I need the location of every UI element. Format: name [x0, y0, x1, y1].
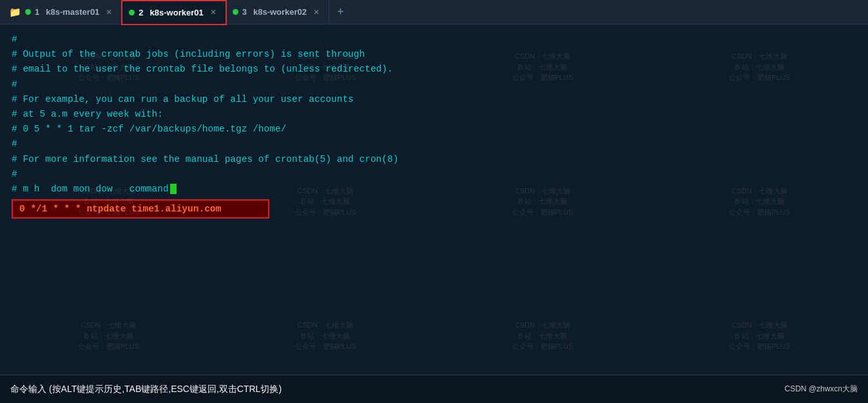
tab-name: k8s-worker02 [253, 7, 307, 17]
terminal-line-6: # at 5 a.m every week with: [12, 107, 856, 122]
folder-icon: 📁 [9, 6, 21, 18]
tab-name: k8s-master01 [46, 7, 99, 17]
terminal-line-5: # For example, you can run a backup of a… [12, 92, 856, 107]
tab-label: 1 [35, 7, 39, 17]
terminal-line-4: # [12, 77, 856, 92]
tab-bar: 📁 1 k8s-master01 ✕ 2 k8s-worker01 ✕ 3 k8… [0, 0, 868, 25]
tab-close-button[interactable]: ✕ [207, 6, 219, 18]
new-tab-button[interactable]: + [329, 0, 352, 24]
cron-job-line: 0 */1 * * * ntpdate time1.aliyun.com [19, 204, 221, 214]
tab-close-button[interactable]: ✕ [311, 6, 322, 18]
terminal-line-10: # [12, 167, 856, 182]
terminal-line-1: # [12, 32, 856, 47]
tab-label: 3 [242, 7, 247, 17]
tab-label: 2 [139, 8, 143, 17]
tab-k8s-worker02[interactable]: 3 k8s-worker02 ✕ [226, 0, 329, 24]
terminal-line-11: # m h dom mon dow command [12, 182, 856, 197]
tab-status-dot [25, 9, 31, 15]
terminal-line-2: # Output of the crontab jobs (including … [12, 47, 856, 62]
status-bar: 命令输入 (按ALT键提示历史,TAB键路径,ESC键返回,双击CTRL切换) … [0, 375, 868, 403]
tab-name: k8s-worker01 [150, 8, 204, 17]
terminal-line-3: # email to the user the crontab file bel… [12, 62, 856, 77]
terminal-line-7: # 0 5 * * 1 tar -zcf /var/backups/home.t… [12, 122, 856, 137]
tab-k8s-master01[interactable]: 📁 1 k8s-master01 ✕ [3, 0, 122, 24]
terminal-line-8: # [12, 137, 856, 152]
terminal-line-9: # For more information see the manual pa… [12, 152, 856, 167]
plus-icon: + [337, 6, 344, 19]
tab-status-dot [233, 9, 238, 15]
status-hint-text: 命令输入 (按ALT键提示历史,TAB键路径,ESC键返回,双击CTRL切换) [10, 384, 282, 395]
tab-status-dot [129, 10, 135, 15]
tab-k8s-worker01[interactable]: 2 k8s-worker01 ✕ [122, 0, 226, 25]
tab-close-button[interactable]: ✕ [103, 6, 115, 18]
status-right-text: CSDN @zhwxcn大脑 [784, 384, 858, 395]
terminal-content: # # Output of the crontab jobs (includin… [0, 25, 868, 375]
